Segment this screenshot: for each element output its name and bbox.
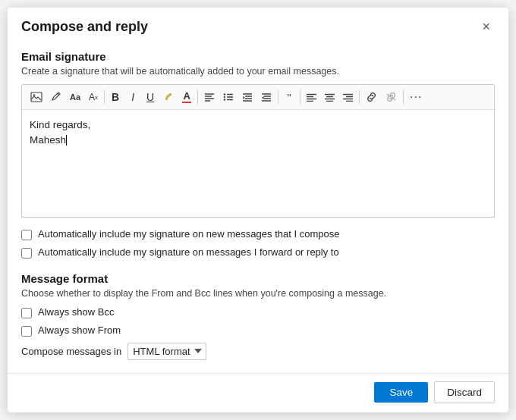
auto-new-checkbox[interactable] bbox=[21, 230, 32, 240]
compose-in-select[interactable]: HTML format Plain text bbox=[127, 343, 206, 360]
always-show-bcc-row: Always show Bcc bbox=[21, 306, 495, 318]
message-format-desc: Choose whether to display the From and B… bbox=[21, 288, 495, 299]
dialog-footer: Save Discard bbox=[8, 373, 508, 412]
always-show-from-checkbox[interactable] bbox=[21, 326, 32, 337]
dialog-header: Compose and reply × bbox=[8, 8, 508, 42]
auto-forward-checkbox-row: Automatically include my signature on me… bbox=[21, 246, 495, 259]
editor-line2: Mahesh bbox=[30, 133, 486, 148]
always-show-from-label[interactable]: Always show From bbox=[38, 324, 121, 336]
highlight-button[interactable] bbox=[159, 88, 178, 106]
italic-button[interactable]: I bbox=[124, 88, 141, 106]
signature-checkboxes: Automatically include my signature on ne… bbox=[21, 228, 495, 259]
always-show-bcc-checkbox[interactable] bbox=[21, 308, 32, 318]
email-signature-title: Email signature bbox=[21, 50, 495, 63]
svg-point-8 bbox=[224, 96, 225, 98]
superscript-icon[interactable]: Ax bbox=[85, 88, 102, 106]
indent-button[interactable] bbox=[238, 88, 256, 106]
unlink-button[interactable] bbox=[382, 88, 401, 106]
compose-in-row: Compose messages in HTML format Plain te… bbox=[21, 343, 495, 360]
always-show-from-row: Always show From bbox=[21, 324, 495, 337]
format-icon[interactable] bbox=[47, 88, 65, 106]
image-icon[interactable] bbox=[27, 88, 46, 106]
save-button[interactable]: Save bbox=[374, 382, 428, 403]
editor-line1: Kind regards, bbox=[30, 118, 486, 133]
svg-point-10 bbox=[224, 99, 225, 100]
font-size-icon[interactable]: Aa bbox=[66, 88, 84, 106]
align-left-button[interactable] bbox=[200, 88, 219, 106]
font-color-button[interactable]: A bbox=[178, 88, 195, 106]
signature-editor-container: Aa Ax B I U bbox=[21, 84, 495, 218]
align-center-button[interactable] bbox=[321, 88, 338, 106]
auto-forward-checkbox[interactable] bbox=[21, 248, 32, 259]
message-format-section: Message format Choose whether to display… bbox=[21, 272, 495, 360]
auto-forward-label[interactable]: Automatically include my signature on me… bbox=[38, 246, 339, 258]
bold-button[interactable]: B bbox=[107, 88, 124, 106]
email-signature-desc: Create a signature that will be automati… bbox=[21, 66, 495, 77]
close-button[interactable]: × bbox=[477, 18, 495, 35]
auto-new-label[interactable]: Automatically include my signature on ne… bbox=[38, 228, 339, 240]
underline-button[interactable]: U bbox=[142, 88, 159, 106]
dialog-title: Compose and reply bbox=[21, 19, 148, 35]
message-format-title: Message format bbox=[21, 272, 495, 285]
dialog-body: Email signature Create a signature that … bbox=[8, 42, 508, 373]
align-left2-button[interactable] bbox=[303, 88, 320, 106]
link-button[interactable] bbox=[362, 88, 381, 106]
bullets-button[interactable] bbox=[219, 88, 238, 106]
auto-new-checkbox-row: Automatically include my signature on ne… bbox=[21, 228, 495, 240]
editor-toolbar: Aa Ax B I U bbox=[22, 85, 494, 110]
align-right-button[interactable] bbox=[339, 88, 357, 106]
email-signature-section: Email signature Create a signature that … bbox=[21, 50, 495, 259]
more-options-button[interactable]: ··· bbox=[406, 88, 426, 106]
outdent-button[interactable] bbox=[257, 88, 275, 106]
compose-in-label: Compose messages in bbox=[21, 346, 121, 357]
signature-editor[interactable]: Kind regards, Mahesh bbox=[22, 110, 494, 217]
compose-reply-dialog: Compose and reply × Email signature Crea… bbox=[8, 8, 508, 412]
svg-rect-0 bbox=[31, 92, 42, 102]
quote-button[interactable]: " bbox=[281, 88, 297, 106]
svg-point-6 bbox=[224, 93, 225, 95]
always-show-bcc-label[interactable]: Always show Bcc bbox=[38, 306, 114, 318]
discard-button[interactable]: Discard bbox=[434, 381, 495, 403]
